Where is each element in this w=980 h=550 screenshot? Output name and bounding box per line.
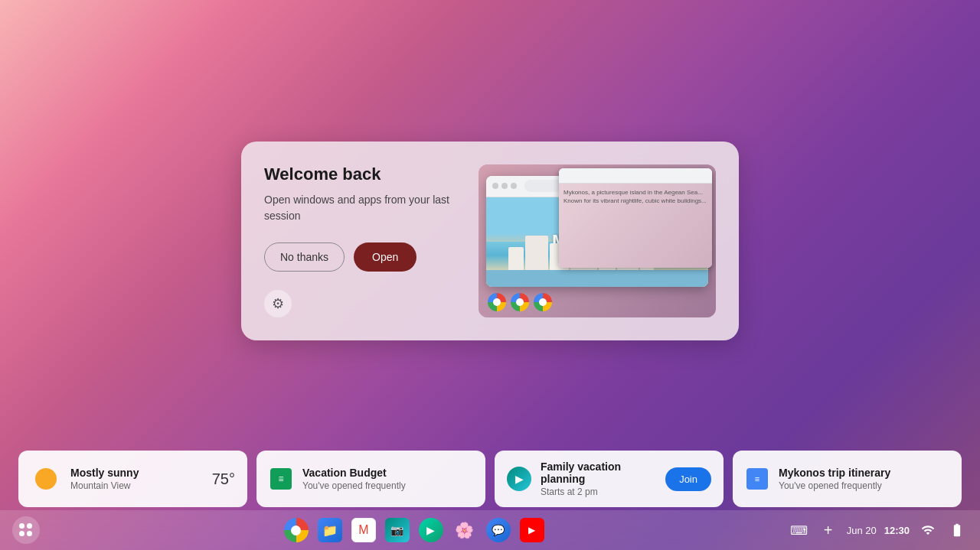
taskbar-photos[interactable]: 🌸 bbox=[451, 516, 479, 544]
weather-location: Mountain View bbox=[70, 480, 203, 491]
budget-title: Vacation Budget bbox=[302, 467, 473, 479]
chrome-icon-3 bbox=[534, 293, 552, 311]
shelf: Mostly sunny Mountain View 75° ≡ Vacatio… bbox=[0, 481, 980, 550]
mykonos-itinerary-card[interactable]: ≡ Mykonos trip itinerary You've opened f… bbox=[733, 451, 962, 507]
join-button[interactable]: Join bbox=[665, 467, 711, 491]
battery-icon[interactable] bbox=[946, 519, 968, 541]
launcher-icon bbox=[19, 523, 33, 537]
settings-button[interactable]: ⚙ bbox=[264, 290, 292, 317]
taskbar: 📁 M 📷 ▶ 🌸 bbox=[0, 510, 980, 550]
docs-symbol: ≡ bbox=[755, 474, 760, 483]
taskbar-gmail[interactable]: M bbox=[350, 516, 377, 544]
welcome-dialog: Welcome back Open windows and apps from … bbox=[241, 142, 739, 340]
meet-symbol: ▶ bbox=[515, 473, 524, 485]
meet-camera: 📷 bbox=[390, 524, 403, 536]
no-thanks-button[interactable]: No thanks bbox=[264, 242, 345, 272]
open-button[interactable]: Open bbox=[354, 242, 416, 272]
chrome-center-3 bbox=[539, 298, 547, 306]
chrome-icon-2 bbox=[511, 293, 529, 311]
family-sub: Starts at 2 pm bbox=[541, 487, 656, 497]
desktop-area: Welcome back Open windows and apps from … bbox=[0, 0, 980, 481]
vacation-budget-card[interactable]: ≡ Vacation Budget You've opened frequent… bbox=[256, 451, 485, 507]
meet-icon: 📷 bbox=[385, 518, 410, 542]
google-docs-icon: ≡ bbox=[746, 468, 768, 490]
chrome-icon bbox=[284, 518, 309, 542]
bw2-content: Mykonos, a picturesque island in the Aeg… bbox=[559, 184, 712, 268]
chrome-center-2 bbox=[516, 298, 524, 306]
youtube-play: ▶ bbox=[528, 525, 535, 535]
gmail-letter: M bbox=[358, 523, 368, 537]
budget-text: Vacation Budget You've opened frequently bbox=[302, 467, 473, 491]
chrome-inner bbox=[291, 526, 301, 535]
messages-icon: 💬 bbox=[486, 518, 511, 542]
chrome-center-1 bbox=[493, 298, 501, 306]
meet-icon-wrapper: ▶ bbox=[507, 467, 531, 491]
browser-window-2: Mykonos, a picturesque island in the Aeg… bbox=[559, 168, 712, 268]
taskbar-chrome[interactable] bbox=[283, 516, 310, 544]
gmail-icon: M bbox=[351, 518, 376, 542]
taskbar-youtube[interactable]: ▶ bbox=[518, 516, 546, 544]
bw2-text: Mykonos, a picturesque island in the Aeg… bbox=[559, 184, 712, 210]
close-dot bbox=[492, 183, 498, 189]
wifi-icon[interactable] bbox=[917, 519, 939, 541]
dialog-left: Welcome back Open windows and apps from … bbox=[264, 164, 463, 317]
sheets-letter: ≡ bbox=[278, 474, 283, 484]
family-title: Family vacation planning bbox=[541, 461, 656, 485]
taskbar-play[interactable]: ▶ bbox=[417, 516, 445, 544]
min-dot bbox=[501, 183, 508, 189]
dialog-buttons: No thanks Open bbox=[264, 242, 463, 272]
play-triangle: ▶ bbox=[426, 524, 435, 536]
dialog-preview: Mykonos bbox=[479, 164, 716, 317]
docs-icon-wrapper: ≡ bbox=[745, 467, 769, 491]
sun-circle bbox=[35, 468, 57, 490]
taskbar-messages[interactable]: 💬 bbox=[485, 516, 512, 544]
battery-svg bbox=[949, 522, 965, 538]
taskbar-meet[interactable]: 📷 bbox=[384, 516, 411, 544]
dialog-title: Welcome back bbox=[264, 164, 463, 184]
google-sheets-icon: ≡ bbox=[270, 468, 292, 490]
budget-sub: You've opened frequently bbox=[302, 480, 473, 491]
play-icon: ▶ bbox=[419, 518, 443, 542]
taskbar-tray: ⌨ + Jun 20 12:30 bbox=[789, 519, 968, 541]
dot1 bbox=[19, 523, 24, 529]
messages-symbol: 💬 bbox=[492, 524, 505, 536]
mykonos-text-block: Mykonos trip itinerary You've opened fre… bbox=[779, 467, 949, 491]
max-dot bbox=[511, 183, 517, 189]
weather-icon bbox=[31, 464, 61, 494]
wifi-svg bbox=[921, 523, 935, 537]
weather-card[interactable]: Mostly sunny Mountain View 75° bbox=[18, 451, 247, 507]
dot2 bbox=[27, 523, 32, 529]
building-2 bbox=[525, 236, 548, 270]
chrome-icons-row bbox=[488, 293, 552, 311]
youtube-icon: ▶ bbox=[520, 518, 544, 542]
add-icon[interactable]: + bbox=[818, 519, 839, 541]
weather-text: Mostly sunny Mountain View bbox=[70, 467, 203, 491]
taskbar-files[interactable]: 📁 bbox=[316, 516, 344, 544]
bw2-toolbar bbox=[559, 168, 712, 184]
gear-icon: ⚙ bbox=[272, 295, 284, 312]
family-vacation-card[interactable]: ▶ Family vacation planning Starts at 2 p… bbox=[495, 451, 724, 507]
dialog-subtitle: Open windows and apps from your last ses… bbox=[264, 192, 463, 224]
preview-container: Mykonos bbox=[479, 164, 716, 317]
sheets-icon-wrapper: ≡ bbox=[269, 467, 293, 491]
taskbar-left bbox=[12, 516, 40, 544]
taskbar-apps: 📁 M 📷 ▶ 🌸 bbox=[40, 516, 789, 544]
launcher-button[interactable] bbox=[12, 516, 40, 544]
date-display: Jun 20 bbox=[847, 525, 877, 536]
photos-icon: 🌸 bbox=[452, 518, 477, 542]
family-vacation-text: Family vacation planning Starts at 2 pm bbox=[541, 461, 656, 497]
temperature: 75° bbox=[212, 470, 235, 488]
weather-title: Mostly sunny bbox=[70, 467, 203, 479]
files-symbol: 📁 bbox=[322, 523, 338, 538]
time-display: 12:30 bbox=[884, 525, 910, 536]
mykonos-title: Mykonos trip itinerary bbox=[779, 467, 949, 479]
files-icon: 📁 bbox=[318, 518, 342, 542]
dot4 bbox=[27, 531, 32, 536]
building-1 bbox=[508, 247, 524, 270]
keyboard-icon[interactable]: ⌨ bbox=[789, 519, 810, 541]
google-meet-icon: ▶ bbox=[507, 467, 531, 491]
mykonos-sub: You've opened frequently bbox=[779, 480, 949, 491]
chrome-icon-1 bbox=[488, 293, 506, 311]
suggestions-bar: Mostly sunny Mountain View 75° ≡ Vacatio… bbox=[18, 451, 962, 507]
water bbox=[486, 270, 708, 286]
